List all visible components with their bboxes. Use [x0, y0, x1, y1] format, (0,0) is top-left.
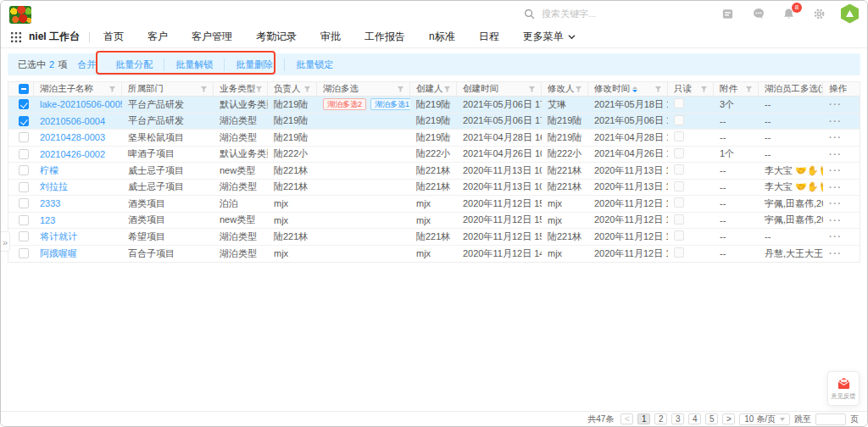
search-input[interactable]: [540, 8, 640, 19]
record-link[interactable]: lake-20210506-0005: [40, 99, 122, 109]
settings-gear-icon[interactable]: [812, 7, 826, 21]
row-more-icon[interactable]: ···: [829, 149, 843, 159]
select-all-checkbox[interactable]: [19, 84, 29, 94]
readonly-checkbox[interactable]: [674, 214, 684, 225]
row-checkbox[interactable]: [19, 248, 29, 258]
filter-icon[interactable]: [200, 86, 208, 93]
nav-item[interactable]: 首页: [103, 30, 124, 44]
row-checkbox[interactable]: [19, 165, 29, 175]
nav-item[interactable]: 工作报告: [364, 30, 405, 44]
readonly-checkbox[interactable]: [674, 131, 684, 141]
nav-item[interactable]: 考勤记录: [256, 30, 297, 44]
row-checkbox[interactable]: [19, 149, 29, 159]
filter-icon[interactable]: [745, 86, 753, 93]
filter-icon[interactable]: [108, 86, 116, 93]
row-more-icon[interactable]: ···: [829, 132, 843, 142]
messages-icon[interactable]: [751, 7, 765, 21]
record-link[interactable]: 20210426-0002: [40, 149, 105, 159]
avatar[interactable]: [841, 4, 859, 24]
page-button[interactable]: 3: [671, 413, 684, 424]
readonly-checkbox[interactable]: [674, 148, 684, 158]
filter-icon[interactable]: [255, 86, 263, 93]
record-link[interactable]: 20210506-0004: [40, 116, 105, 126]
record-link[interactable]: 柠檬: [40, 165, 58, 175]
column-header-select[interactable]: [8, 82, 34, 96]
nav-item[interactable]: 客户: [147, 30, 168, 44]
row-checkbox[interactable]: [19, 116, 29, 126]
record-link[interactable]: 123: [40, 215, 55, 225]
table-row[interactable]: 刘拉拉威士忌子项目湖泊类型陆221林陆221林2020年11月13日 10:30…: [8, 180, 860, 197]
row-more-icon[interactable]: ···: [829, 99, 843, 109]
prev-page-button[interactable]: <: [620, 413, 633, 424]
page-button[interactable]: 5: [705, 413, 718, 424]
table-row[interactable]: 123酒类项目new类型mjxmjx2020年11月12日 15:25mjx20…: [8, 213, 860, 230]
page-button[interactable]: 1: [637, 413, 650, 424]
global-search[interactable]: [524, 8, 640, 19]
column-header[interactable]: 负责人: [268, 82, 317, 96]
notifications-icon[interactable]: 8: [782, 7, 796, 21]
readonly-checkbox[interactable]: [674, 181, 684, 191]
row-more-icon[interactable]: ···: [829, 231, 843, 241]
next-page-button[interactable]: >: [722, 413, 735, 424]
table-row[interactable]: 阿娥喔喔百合子项目湖泊类型mjxmjx2020年11月12日 14:38mjx2…: [8, 246, 860, 263]
table-row[interactable]: 将计就计希望项目湖泊类型陆221林陆221林2020年11月12日 15:15陆…: [8, 229, 860, 246]
readonly-checkbox[interactable]: [674, 230, 684, 241]
row-checkbox[interactable]: [19, 198, 29, 208]
workspace-title[interactable]: niel 工作台: [29, 30, 80, 44]
column-header[interactable]: 只读: [668, 82, 714, 96]
filter-icon[interactable]: [397, 86, 404, 93]
column-header[interactable]: 修改时间: [588, 82, 668, 96]
more-menu[interactable]: 更多菜单: [523, 30, 576, 44]
column-header[interactable]: 湖泊主子名称: [34, 82, 122, 96]
column-header[interactable]: 湖泊多选: [317, 82, 410, 96]
nav-item[interactable]: 日程: [479, 30, 499, 44]
record-link[interactable]: 将计就计: [40, 231, 77, 241]
page-button[interactable]: 2: [654, 413, 667, 424]
nav-item[interactable]: 客户管理: [192, 30, 232, 44]
table-row[interactable]: 20210426-0002啤酒子项目默认业务类型陆222小陆222小2021年0…: [8, 147, 860, 164]
table-row[interactable]: 20210506-0004平台产品研发湖泊类型陆219陆陆219陆2021年05…: [8, 114, 860, 130]
row-checkbox[interactable]: [19, 231, 29, 241]
batch-action-button[interactable]: 批量分配: [104, 58, 164, 71]
row-more-icon[interactable]: ···: [829, 182, 843, 192]
row-checkbox[interactable]: [19, 99, 29, 109]
column-header[interactable]: 创建时间: [457, 82, 542, 96]
column-header[interactable]: 所属部门: [122, 82, 214, 96]
row-checkbox[interactable]: [19, 132, 29, 142]
record-link[interactable]: 阿娥喔喔: [40, 248, 77, 258]
row-more-icon[interactable]: ···: [829, 198, 843, 208]
record-link[interactable]: 刘拉拉: [40, 181, 68, 191]
feedback-button[interactable]: 意见反馈: [827, 371, 860, 406]
readonly-checkbox[interactable]: [674, 164, 684, 175]
table-row[interactable]: 2333酒类项目泊泊mjxmjx2020年11月12日 15:25mjx2020…: [8, 196, 860, 213]
filter-icon[interactable]: [443, 86, 451, 93]
record-link[interactable]: 20210428-0003: [40, 132, 105, 142]
batch-action-button[interactable]: 批量解锁: [164, 58, 224, 71]
page-size-select[interactable]: 10 条/页: [739, 413, 790, 425]
row-more-icon[interactable]: ···: [829, 116, 843, 126]
page-button[interactable]: 4: [688, 413, 701, 424]
row-more-icon[interactable]: ···: [829, 248, 843, 258]
record-link[interactable]: 2333: [40, 198, 60, 208]
filter-icon[interactable]: [303, 86, 311, 93]
row-checkbox[interactable]: [19, 182, 29, 192]
merge-button[interactable]: 合并: [77, 58, 96, 71]
jump-page-input[interactable]: [815, 413, 846, 425]
readonly-checkbox[interactable]: [674, 98, 684, 108]
table-row[interactable]: 20210428-0003坚果松鼠项目湖泊类型陆219陆陆219陆2021年04…: [8, 130, 860, 147]
filter-icon[interactable]: [575, 86, 582, 93]
readonly-checkbox[interactable]: [674, 197, 684, 208]
readonly-checkbox[interactable]: [674, 115, 684, 125]
filter-icon[interactable]: [528, 86, 536, 93]
row-checkbox[interactable]: [19, 215, 29, 225]
batch-action-button[interactable]: 批量锁定: [284, 58, 344, 71]
nav-item[interactable]: 审批: [320, 30, 341, 44]
table-row[interactable]: 柠檬威士忌子项目new类型陆221林陆221林2020年11月13日 10:31…: [8, 163, 860, 180]
column-header[interactable]: 创建人: [410, 82, 457, 96]
apps-grid-icon[interactable]: [11, 32, 21, 42]
nav-item[interactable]: n标准: [429, 30, 455, 44]
batch-action-button[interactable]: 批量删除: [224, 58, 284, 71]
row-more-icon[interactable]: ···: [829, 165, 843, 175]
column-header[interactable]: 修改人: [542, 82, 588, 96]
app-logo[interactable]: [9, 6, 31, 24]
